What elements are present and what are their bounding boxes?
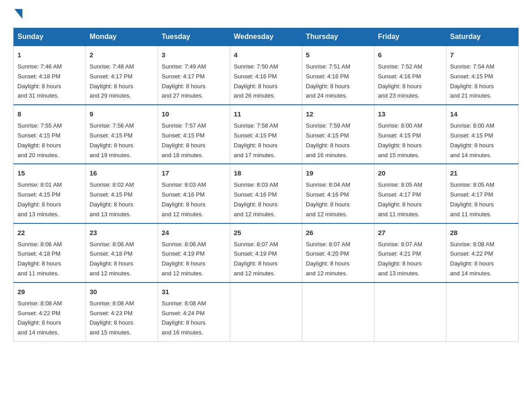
day-of-week-header: Sunday (14, 28, 86, 46)
calendar-day-cell: 30 Sunrise: 8:08 AMSunset: 4:23 PMDaylig… (86, 283, 158, 342)
calendar-day-cell: 18 Sunrise: 8:03 AMSunset: 4:16 PMDaylig… (230, 164, 302, 223)
calendar-day-cell: 2 Sunrise: 7:48 AMSunset: 4:17 PMDayligh… (86, 46, 158, 105)
day-number: 31 (162, 287, 226, 297)
calendar-day-cell: 8 Sunrise: 7:55 AMSunset: 4:15 PMDayligh… (14, 105, 86, 164)
day-number: 29 (17, 287, 82, 297)
day-info: Sunrise: 8:07 AMSunset: 4:19 PMDaylight:… (234, 241, 278, 277)
day-of-week-header: Tuesday (158, 28, 230, 46)
calendar-week-row: 1 Sunrise: 7:46 AMSunset: 4:18 PMDayligh… (14, 46, 519, 105)
calendar-header: SundayMondayTuesdayWednesdayThursdayFrid… (14, 28, 519, 46)
calendar-day-cell (302, 283, 374, 342)
day-info: Sunrise: 8:08 AMSunset: 4:24 PMDaylight:… (162, 300, 206, 336)
calendar-day-cell: 12 Sunrise: 7:59 AMSunset: 4:15 PMDaylig… (302, 105, 374, 164)
day-number: 1 (17, 50, 82, 60)
calendar-week-row: 15 Sunrise: 8:01 AMSunset: 4:15 PMDaylig… (14, 164, 519, 223)
day-info: Sunrise: 7:49 AMSunset: 4:17 PMDaylight:… (162, 63, 206, 99)
day-info: Sunrise: 8:05 AMSunset: 4:17 PMDaylight:… (378, 181, 422, 217)
day-info: Sunrise: 7:52 AMSunset: 4:16 PMDaylight:… (378, 63, 422, 99)
day-number: 20 (378, 168, 442, 179)
day-info: Sunrise: 7:51 AMSunset: 4:16 PMDaylight:… (306, 63, 350, 99)
calendar-day-cell: 9 Sunrise: 7:56 AMSunset: 4:15 PMDayligh… (86, 105, 158, 164)
day-info: Sunrise: 8:08 AMSunset: 4:23 PMDaylight:… (90, 300, 134, 336)
day-number: 6 (378, 50, 442, 60)
day-info: Sunrise: 7:55 AMSunset: 4:15 PMDaylight:… (17, 122, 62, 158)
day-number: 18 (234, 168, 298, 179)
day-info: Sunrise: 8:05 AMSunset: 4:17 PMDaylight:… (450, 181, 494, 217)
calendar-day-cell: 24 Sunrise: 8:06 AMSunset: 4:19 PMDaylig… (158, 223, 230, 283)
day-number: 15 (17, 168, 82, 179)
day-number: 2 (90, 50, 154, 60)
day-info: Sunrise: 8:04 AMSunset: 4:16 PMDaylight:… (306, 181, 350, 217)
svg-marker-0 (14, 9, 22, 19)
day-of-week-header: Thursday (302, 28, 374, 46)
day-number: 9 (90, 109, 154, 120)
day-number: 14 (450, 109, 515, 120)
calendar-day-cell (374, 283, 446, 342)
calendar-day-cell: 16 Sunrise: 8:02 AMSunset: 4:15 PMDaylig… (86, 164, 158, 223)
day-info: Sunrise: 7:50 AMSunset: 4:16 PMDaylight:… (234, 63, 278, 99)
day-info: Sunrise: 8:03 AMSunset: 4:16 PMDaylight:… (234, 181, 278, 217)
day-number: 16 (90, 168, 154, 179)
day-of-week-header: Friday (374, 28, 446, 46)
day-info: Sunrise: 8:08 AMSunset: 4:22 PMDaylight:… (17, 300, 62, 336)
calendar-day-cell: 26 Sunrise: 8:07 AMSunset: 4:20 PMDaylig… (302, 223, 374, 283)
calendar-week-row: 29 Sunrise: 8:08 AMSunset: 4:22 PMDaylig… (14, 283, 519, 342)
calendar-day-cell: 10 Sunrise: 7:57 AMSunset: 4:15 PMDaylig… (158, 105, 230, 164)
day-info: Sunrise: 7:56 AMSunset: 4:15 PMDaylight:… (90, 122, 134, 158)
calendar-day-cell: 20 Sunrise: 8:05 AMSunset: 4:17 PMDaylig… (374, 164, 446, 223)
logo-triangle-icon (14, 9, 22, 19)
day-info: Sunrise: 8:02 AMSunset: 4:15 PMDaylight:… (90, 181, 134, 217)
calendar-day-cell: 15 Sunrise: 8:01 AMSunset: 4:15 PMDaylig… (14, 164, 86, 223)
day-info: Sunrise: 8:06 AMSunset: 4:18 PMDaylight:… (90, 241, 134, 277)
day-number: 30 (90, 287, 154, 297)
calendar-header-row: SundayMondayTuesdayWednesdayThursdayFrid… (14, 28, 519, 46)
day-number: 23 (90, 227, 154, 238)
calendar-day-cell: 7 Sunrise: 7:54 AMSunset: 4:15 PMDayligh… (446, 46, 519, 105)
calendar-day-cell (446, 283, 519, 342)
day-info: Sunrise: 7:58 AMSunset: 4:15 PMDaylight:… (234, 122, 278, 158)
day-of-week-header: Wednesday (230, 28, 302, 46)
day-number: 12 (306, 109, 370, 120)
calendar-day-cell: 4 Sunrise: 7:50 AMSunset: 4:16 PMDayligh… (230, 46, 302, 105)
calendar-week-row: 8 Sunrise: 7:55 AMSunset: 4:15 PMDayligh… (14, 105, 519, 164)
day-info: Sunrise: 8:01 AMSunset: 4:15 PMDaylight:… (17, 181, 62, 217)
day-info: Sunrise: 8:00 AMSunset: 4:15 PMDaylight:… (450, 122, 494, 158)
day-number: 11 (234, 109, 298, 120)
day-number: 10 (162, 109, 226, 120)
calendar-day-cell: 23 Sunrise: 8:06 AMSunset: 4:18 PMDaylig… (86, 223, 158, 283)
day-number: 22 (17, 227, 82, 238)
day-number: 26 (306, 227, 370, 238)
calendar-day-cell: 28 Sunrise: 8:08 AMSunset: 4:22 PMDaylig… (446, 223, 519, 283)
day-info: Sunrise: 8:07 AMSunset: 4:20 PMDaylight:… (306, 241, 350, 277)
calendar-day-cell: 6 Sunrise: 7:52 AMSunset: 4:16 PMDayligh… (374, 46, 446, 105)
day-number: 25 (234, 227, 298, 238)
day-number: 5 (306, 50, 370, 60)
day-number: 17 (162, 168, 226, 179)
day-info: Sunrise: 7:59 AMSunset: 4:15 PMDaylight:… (306, 122, 350, 158)
calendar-day-cell: 19 Sunrise: 8:04 AMSunset: 4:16 PMDaylig… (302, 164, 374, 223)
day-info: Sunrise: 8:00 AMSunset: 4:15 PMDaylight:… (378, 122, 422, 158)
calendar-day-cell: 5 Sunrise: 7:51 AMSunset: 4:16 PMDayligh… (302, 46, 374, 105)
day-number: 7 (450, 50, 515, 60)
day-info: Sunrise: 8:07 AMSunset: 4:21 PMDaylight:… (378, 241, 422, 277)
day-number: 27 (378, 227, 442, 238)
day-number: 21 (450, 168, 515, 179)
day-number: 13 (378, 109, 442, 120)
calendar-day-cell: 27 Sunrise: 8:07 AMSunset: 4:21 PMDaylig… (374, 223, 446, 283)
calendar-table: SundayMondayTuesdayWednesdayThursdayFrid… (13, 28, 519, 342)
day-info: Sunrise: 8:06 AMSunset: 4:18 PMDaylight:… (17, 241, 62, 277)
day-info: Sunrise: 7:48 AMSunset: 4:17 PMDaylight:… (90, 63, 134, 99)
day-info: Sunrise: 8:06 AMSunset: 4:19 PMDaylight:… (162, 241, 206, 277)
calendar-day-cell: 1 Sunrise: 7:46 AMSunset: 4:18 PMDayligh… (14, 46, 86, 105)
calendar-body: 1 Sunrise: 7:46 AMSunset: 4:18 PMDayligh… (14, 46, 519, 341)
day-info: Sunrise: 8:08 AMSunset: 4:22 PMDaylight:… (450, 241, 494, 277)
calendar-day-cell: 11 Sunrise: 7:58 AMSunset: 4:15 PMDaylig… (230, 105, 302, 164)
calendar-day-cell: 29 Sunrise: 8:08 AMSunset: 4:22 PMDaylig… (14, 283, 86, 342)
calendar-day-cell: 21 Sunrise: 8:05 AMSunset: 4:17 PMDaylig… (446, 164, 519, 223)
calendar-day-cell: 14 Sunrise: 8:00 AMSunset: 4:15 PMDaylig… (446, 105, 519, 164)
day-info: Sunrise: 7:54 AMSunset: 4:15 PMDaylight:… (450, 63, 494, 99)
calendar-week-row: 22 Sunrise: 8:06 AMSunset: 4:18 PMDaylig… (14, 223, 519, 283)
day-number: 24 (162, 227, 226, 238)
day-number: 3 (162, 50, 226, 60)
day-number: 19 (306, 168, 370, 179)
